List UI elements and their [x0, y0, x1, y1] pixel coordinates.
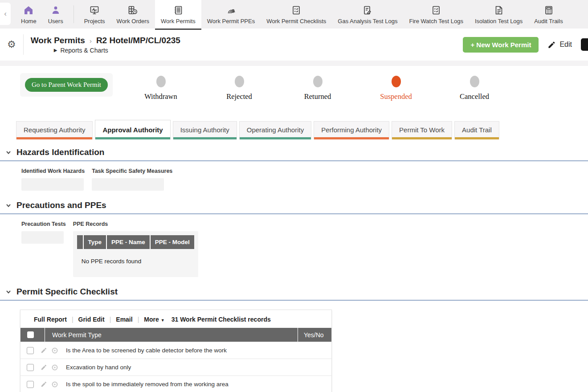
checklist-row: Is the spoil to be immediately removed f…: [20, 376, 331, 392]
nav-item-gas-analysis-test-logs[interactable]: Gas Analysis Test Logs: [332, 0, 403, 29]
toolbar-separator: |: [72, 316, 74, 323]
tab-label: Requesting Authority: [24, 126, 85, 134]
nav-item-audit-trails[interactable]: Audit Trails: [528, 0, 568, 29]
reports-and-charts-link[interactable]: ▶ Reports & Charts: [54, 47, 180, 54]
nav-item-work-permit-checklists[interactable]: Work Permit Checklists: [261, 0, 332, 29]
toolbar-separator: |: [110, 316, 111, 323]
chevron-down-icon[interactable]: [5, 149, 12, 155]
view-row-icon[interactable]: [51, 381, 58, 388]
nav-item-work-permits[interactable]: Work Permits: [155, 0, 201, 29]
nav-item-label: Gas Analysis Test Logs: [338, 18, 397, 24]
parent-permit-wrap: Go to Parent Work Permit: [20, 73, 113, 97]
tab-operating-authority[interactable]: Operating Authority: [239, 121, 311, 139]
breadcrumb-root[interactable]: Work Permits: [31, 36, 85, 45]
checklist-item-text: Excavation by hand only: [66, 364, 131, 371]
edit-button[interactable]: Edit: [547, 41, 572, 49]
field-value: [21, 231, 64, 244]
page-header: ⚙ Work Permits › R2 Hotel/MP/CL/0235 ▶ R…: [0, 29, 588, 61]
chevron-down-icon[interactable]: [5, 289, 12, 295]
status-dot: [235, 76, 244, 87]
field-task-specific-safety-measures: Task Specific Safety Measures: [92, 168, 172, 191]
row-checkbox[interactable]: [27, 381, 34, 388]
pencil-icon: [547, 41, 556, 49]
full-report-button[interactable]: Full Report: [34, 316, 67, 323]
ppe-records-table: Type PPE - Name PPE - Model No PPE recor…: [73, 231, 198, 277]
nav-item-projects[interactable]: Projects: [78, 0, 111, 29]
nav-item-label: Isolation Test Logs: [475, 18, 523, 24]
checklist-toolbar: Full Report | Grid Edit | Email | More▼ …: [20, 310, 331, 328]
ppe-empty-text: No PPE records found: [77, 249, 194, 277]
nav-divider: [74, 5, 74, 23]
column-yes-no: Yes/No: [298, 328, 331, 342]
status-cancelled: Cancelled: [435, 76, 514, 101]
tab-audit-trail[interactable]: Audit Trail: [454, 121, 499, 139]
ppe-records-block: PPE Records Type PPE - Name PPE - Model …: [73, 221, 198, 277]
status-rejected: Rejected: [200, 76, 278, 101]
column-work-permit-type: Work Permit Type: [45, 331, 298, 339]
ppe-header-model: PPE - Model: [150, 235, 194, 249]
tab-label: Operating Authority: [247, 126, 304, 134]
nav-items: Home Users Projects Work Orders Wo: [15, 0, 588, 29]
row-checkbox[interactable]: [27, 347, 34, 354]
field-label: Task Specific Safety Measures: [92, 168, 172, 174]
view-row-icon[interactable]: [51, 347, 58, 354]
view-row-icon[interactable]: [51, 364, 58, 371]
records-count: 31 Work Permit Checklist records: [172, 316, 271, 323]
nav-item-home[interactable]: Home: [15, 0, 42, 29]
nav-collapse-button[interactable]: ‹: [0, 3, 11, 25]
nav-item-label: Work Permits: [161, 18, 196, 24]
chevron-down-icon[interactable]: [5, 202, 12, 208]
field-label: PPE Records: [73, 221, 198, 227]
field-label: Identified Work Hazards: [21, 168, 85, 174]
edit-row-icon[interactable]: [41, 364, 47, 371]
tab-performing-authority[interactable]: Performing Authority: [314, 121, 389, 139]
tab-label: Performing Authority: [321, 126, 382, 134]
checklist-table-header: Work Permit Type Yes/No: [20, 328, 331, 342]
nav-item-label: Work Permit PPEs: [207, 18, 255, 24]
nav-item-work-orders[interactable]: Work Orders: [111, 0, 155, 29]
more-label: More: [144, 316, 159, 323]
audit-trails-icon: [543, 4, 555, 16]
nav-item-isolation-test-logs[interactable]: Isolation Test Logs: [469, 0, 528, 29]
toolbar-separator: |: [138, 316, 139, 323]
nav-item-label: Audit Trails: [534, 18, 563, 24]
tab-approval-authority[interactable]: Approval Authority: [95, 120, 170, 139]
status-label: Cancelled: [460, 92, 489, 101]
nav-item-fire-watch-test-logs[interactable]: Fire Watch Test Logs: [404, 0, 469, 29]
checklist-item-text: Is the Area to be screened by cable dete…: [66, 347, 227, 354]
truncated-toolbar-button[interactable]: [581, 38, 588, 51]
row-checkbox[interactable]: [27, 364, 34, 371]
edit-row-icon[interactable]: [41, 347, 47, 354]
nav-item-label: Home: [21, 18, 37, 24]
edit-label: Edit: [559, 41, 572, 49]
more-dropdown[interactable]: More▼: [144, 316, 164, 323]
status-label: Rejected: [226, 92, 252, 101]
checklist-row: Is the Area to be screened by cable dete…: [20, 342, 331, 359]
users-icon: [50, 4, 61, 16]
new-work-permit-button[interactable]: + New Work Permit: [463, 37, 539, 53]
section-title: Precautions and PPEs: [16, 200, 106, 210]
tab-underline: [95, 137, 170, 139]
gas-analysis-test-logs-icon: [362, 4, 373, 16]
tab-permit-to-work[interactable]: Permit To Work: [392, 121, 452, 139]
tab-requesting-authority[interactable]: Requesting Authority: [16, 121, 93, 139]
nav-item-users[interactable]: Users: [42, 0, 69, 29]
status-stepper: Go to Parent Work Permit Withdrawn Rejec…: [0, 66, 588, 101]
gear-icon[interactable]: ⚙: [7, 40, 16, 49]
grid-edit-button[interactable]: Grid Edit: [78, 316, 105, 323]
ppe-header-type: Type: [83, 235, 106, 249]
go-to-parent-work-permit-button[interactable]: Go to Parent Work Permit: [25, 78, 108, 92]
fire-watch-test-logs-icon: [430, 4, 442, 16]
chevron-left-icon: ‹: [4, 9, 7, 18]
email-button[interactable]: Email: [116, 316, 132, 323]
field-value: [92, 178, 164, 191]
tab-label: Approval Authority: [102, 126, 163, 134]
work-permits-icon: [172, 4, 184, 16]
nav-item-label: Users: [48, 18, 63, 24]
select-all-checkbox[interactable]: [27, 331, 34, 338]
edit-row-icon[interactable]: [41, 381, 47, 388]
nav-item-work-permit-ppes[interactable]: Work Permit PPEs: [201, 0, 261, 29]
field-precaution-tests: Precaution Tests: [21, 221, 66, 277]
section-hazards-identification: Hazards Identification Identified Work H…: [0, 147, 588, 191]
tab-issuing-authority[interactable]: Issuing Authority: [173, 121, 237, 139]
